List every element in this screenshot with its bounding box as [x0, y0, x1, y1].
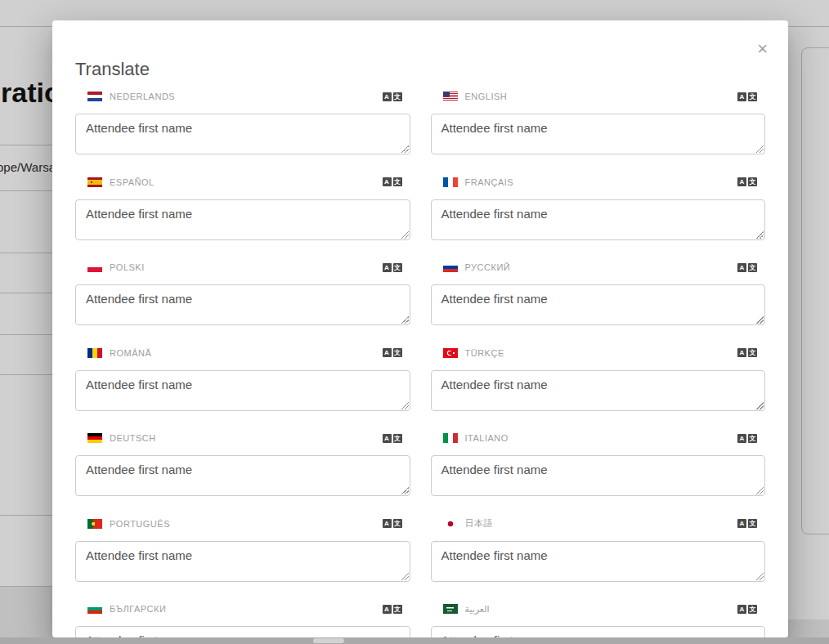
flag-icon: [443, 604, 458, 614]
textarea-wrapper: Attendee first name: [75, 626, 410, 637]
translate-icon-letter: A: [737, 263, 746, 272]
translate-icon-char: 文: [748, 348, 757, 357]
translate-icon-char: 文: [393, 605, 402, 614]
translate-icon[interactable]: A 文: [737, 519, 757, 528]
language-label: PORTUGUÊS: [110, 519, 383, 529]
translate-icon-letter: A: [737, 92, 746, 101]
language-block: PORTUGUÊS A 文 Attendee first name: [75, 517, 410, 582]
flag-icon: [443, 92, 458, 101]
translation-textarea[interactable]: Attendee first name: [431, 370, 766, 411]
translation-textarea[interactable]: Attendee first name: [75, 370, 410, 411]
translate-icon-char: 文: [748, 605, 757, 614]
translation-textarea[interactable]: Attendee first name: [431, 114, 766, 154]
language-label: РУССКИЙ: [465, 262, 738, 272]
translate-icon-char: 文: [393, 348, 402, 357]
translation-textarea[interactable]: Attendee first name: [75, 284, 410, 325]
language-header: 日本語 A 文: [431, 517, 766, 530]
translation-textarea[interactable]: Attendee first name: [431, 284, 766, 325]
translate-icon[interactable]: A 文: [737, 348, 757, 357]
language-block: РУССКИЙ A 文 Attendee first name: [431, 261, 766, 325]
language-label: ITALIANO: [465, 433, 738, 443]
textarea-wrapper: Attendee first name: [431, 455, 766, 496]
language-block: DEUTSCH A 文 Attendee first name: [75, 432, 410, 496]
flag-icon: [87, 519, 102, 529]
translate-icon-char: 文: [748, 434, 757, 443]
language-label: ESPAÑOL: [110, 177, 383, 187]
language-label: العربية: [465, 604, 738, 615]
translation-textarea[interactable]: Attendee first name: [75, 541, 410, 582]
translate-icon[interactable]: A 文: [737, 263, 757, 272]
translate-icon[interactable]: A 文: [383, 92, 402, 101]
textarea-wrapper: Attendee first name: [431, 626, 766, 637]
textarea-wrapper: Attendee first name: [431, 284, 766, 325]
translate-icon-char: 文: [393, 177, 402, 186]
translation-textarea[interactable]: Attendee first name: [75, 114, 410, 154]
translate-icon[interactable]: A 文: [737, 605, 757, 614]
language-block: FRANÇAIS A 文 Attendee first name: [431, 176, 766, 240]
language-block: ESPAÑOL A 文 Attendee first name: [75, 176, 410, 240]
textarea-wrapper: Attendee first name: [431, 541, 766, 582]
textarea-wrapper: Attendee first name: [431, 199, 766, 240]
language-grid: NEDERLANDS A 文 Attendee first name ENGLI…: [75, 90, 765, 637]
translate-icon[interactable]: A 文: [383, 263, 402, 272]
translation-textarea[interactable]: Attendee first name: [431, 199, 766, 240]
modal-title: Translate: [75, 59, 150, 80]
textarea-wrapper: Attendee first name: [431, 370, 766, 411]
translate-icon-letter: A: [737, 434, 746, 443]
translate-icon[interactable]: A 文: [383, 348, 402, 357]
translate-icon-letter: A: [383, 434, 392, 443]
translation-textarea[interactable]: Attendee first name: [75, 626, 410, 637]
translation-textarea[interactable]: Attendee first name: [431, 626, 766, 637]
scrollbar-thumb[interactable]: [313, 638, 344, 643]
horizontal-scrollbar[interactable]: [0, 637, 829, 644]
flag-icon: [87, 604, 102, 614]
language-header: العربية A 文: [431, 602, 766, 615]
textarea-wrapper: Attendee first name: [75, 284, 410, 325]
language-label: NEDERLANDS: [110, 92, 383, 101]
textarea-wrapper: Attendee first name: [75, 114, 410, 154]
language-block: ROMÂNĂ A 文 Attendee first name: [75, 347, 410, 411]
translate-icon-letter: A: [383, 348, 392, 357]
translate-icon[interactable]: A 文: [737, 92, 757, 101]
flag-icon: [87, 92, 102, 101]
flag-icon: [87, 177, 102, 187]
language-header: БЪЛГАРСКИ A 文: [75, 602, 410, 615]
translate-icon[interactable]: A 文: [383, 605, 402, 614]
language-block: NEDERLANDS A 文 Attendee first name: [75, 90, 410, 154]
textarea-wrapper: Attendee first name: [75, 455, 410, 496]
translate-modal: Translate × NEDERLANDS A 文 Attendee firs…: [52, 20, 788, 637]
flag-icon: [443, 433, 458, 443]
translate-icon-letter: A: [737, 348, 746, 357]
translate-icon[interactable]: A 文: [383, 519, 402, 528]
language-block: POLSKI A 文 Attendee first name: [75, 261, 410, 325]
translate-icon-char: 文: [748, 519, 757, 528]
translate-icon-char: 文: [748, 263, 757, 272]
translate-icon-letter: A: [737, 605, 746, 614]
language-label: ROMÂNĂ: [110, 348, 383, 358]
textarea-wrapper: Attendee first name: [75, 370, 410, 411]
language-header: PORTUGUÊS A 文: [75, 517, 410, 530]
language-block: العربية A 文 Attendee first name: [431, 602, 766, 637]
translation-textarea[interactable]: Attendee first name: [75, 199, 410, 240]
language-header: ENGLISH A 文: [431, 90, 766, 103]
language-label: БЪЛГАРСКИ: [110, 604, 383, 614]
language-header: ITALIANO A 文: [431, 432, 766, 445]
translate-icon-letter: A: [737, 177, 746, 186]
translate-icon[interactable]: A 文: [737, 434, 757, 443]
close-icon[interactable]: ×: [757, 40, 768, 58]
translate-icon[interactable]: A 文: [737, 177, 757, 186]
translation-textarea[interactable]: Attendee first name: [431, 455, 766, 496]
language-label: ENGLISH: [465, 92, 738, 101]
translate-icon[interactable]: A 文: [383, 434, 402, 443]
language-label: 日本語: [465, 517, 738, 530]
language-block: ENGLISH A 文 Attendee first name: [431, 90, 766, 154]
language-block: TÜRKÇE A 文 Attendee first name: [431, 347, 766, 411]
flag-icon: [87, 348, 102, 358]
translation-textarea[interactable]: Attendee first name: [75, 455, 410, 496]
translation-textarea[interactable]: Attendee first name: [431, 541, 766, 582]
language-label: POLSKI: [110, 262, 383, 272]
language-header: DEUTSCH A 文: [75, 432, 410, 445]
translate-icon[interactable]: A 文: [383, 177, 402, 186]
translate-icon-letter: A: [383, 263, 392, 272]
translate-icon-char: 文: [393, 263, 402, 272]
